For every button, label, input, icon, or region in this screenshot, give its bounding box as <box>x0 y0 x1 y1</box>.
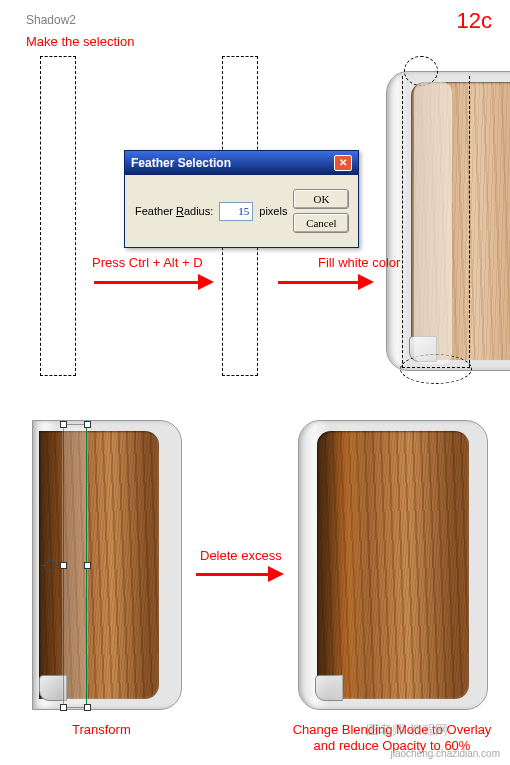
transform-handle-tl[interactable] <box>60 421 67 428</box>
transform-handle-tr[interactable] <box>84 421 91 428</box>
arrow-line <box>94 281 198 284</box>
arrow-line <box>278 281 358 284</box>
watermark-cn: 图老师 教程网 <box>366 721 448 739</box>
instr-transform: Transform <box>72 722 131 737</box>
feather-radius-input[interactable] <box>219 202 253 221</box>
arrow-1 <box>94 274 214 290</box>
cancel-button[interactable]: Cancel <box>293 213 349 233</box>
transform-handle-bl[interactable] <box>60 704 67 711</box>
transform-center-icon[interactable] <box>44 560 55 571</box>
transform-handle-mr[interactable] <box>84 562 91 569</box>
transform-handle-br[interactable] <box>84 704 91 711</box>
page-title: Shadow2 <box>26 13 76 27</box>
step-number: 12c <box>457 8 492 34</box>
watermark-url: jiaocheng.chazidian.com <box>390 748 500 759</box>
arrow-head-icon <box>268 566 284 582</box>
arrow-line <box>196 573 268 576</box>
transform-handle-ml[interactable] <box>60 562 67 569</box>
arrow-head-icon <box>198 274 214 290</box>
white-fill-band <box>414 82 452 364</box>
instr-fill-white: Fill white color <box>318 255 400 270</box>
feather-radius-label: Feather Radius: <box>135 205 213 217</box>
dialog-buttons: OK Cancel <box>293 189 349 233</box>
instr-press-keys: Press Ctrl + Alt + D <box>92 255 203 270</box>
feather-dialog: Feather Selection ✕ Feather Radius: pixe… <box>124 150 359 248</box>
close-icon[interactable]: ✕ <box>334 155 352 171</box>
instr-delete-excess: Delete excess <box>200 548 282 563</box>
arrow-3 <box>196 566 284 582</box>
selection-rect-1 <box>40 56 76 376</box>
dialog-body: Feather Radius: pixels OK Cancel <box>125 175 358 247</box>
arrow-head-icon <box>358 274 374 290</box>
instr-make-selection: Make the selection <box>26 34 134 49</box>
arrow-2 <box>278 274 374 290</box>
ok-button[interactable]: OK <box>293 189 349 209</box>
dialog-titlebar[interactable]: Feather Selection ✕ <box>125 151 358 175</box>
feather-radius-unit: pixels <box>259 205 287 217</box>
overlay-highlight <box>326 430 368 700</box>
dialog-title: Feather Selection <box>131 156 231 170</box>
